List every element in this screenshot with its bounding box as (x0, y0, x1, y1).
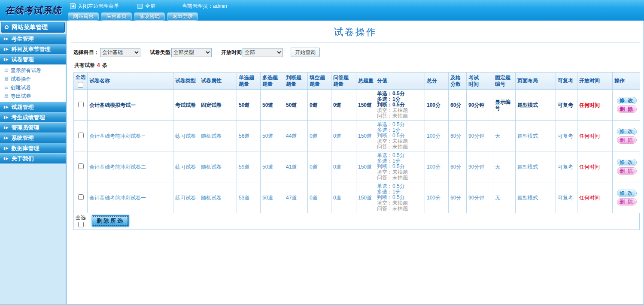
sidebar-item[interactable]: ▮▶系统管理 (0, 133, 66, 143)
delete-button[interactable]: 删 除 (617, 106, 637, 113)
column-header: 操作 (613, 72, 640, 90)
footer-select-all: 全选 (74, 214, 88, 227)
cell-checkbox (74, 90, 88, 121)
cell-score-values: 单选：0.5分多选：1分判断：0.5分填空：未抽题问答：未抽题 (375, 151, 425, 182)
top-tab[interactable]: 退出登录 (167, 12, 198, 21)
cell-single-count: 59道 (237, 151, 261, 182)
papers-table: 全选试卷名称试卷类型试卷属性单选题 题量多选题 题量判断题 题量填空题 题量问答… (73, 72, 640, 213)
sidebar-subitem[interactable]: ▤显示所有试卷 (0, 66, 66, 75)
delete-selected-button[interactable]: 删除所选 (92, 215, 129, 226)
row-checkbox[interactable] (78, 194, 84, 200)
footer-select-all-checkbox[interactable] (78, 222, 84, 227)
cell-paper-type: 练习试卷 (173, 121, 199, 151)
sidebar-subitem[interactable]: ▤导出试卷 (0, 92, 66, 100)
cell-total-score: 100分 (425, 182, 449, 213)
sidebar-subitem[interactable]: ▤创建试卷 (0, 83, 66, 92)
top-tab[interactable]: 网站前台 (68, 12, 99, 21)
row-checkbox[interactable] (78, 133, 84, 138)
sidebar-item-label: 考生成绩管理 (12, 112, 45, 122)
sidebar-item[interactable]: ▮▶试卷管理 (0, 54, 66, 65)
cell-open-time: 任何时间 (577, 182, 613, 213)
column-header: 全选 (74, 72, 88, 90)
cell-qa-count: 0道 (331, 121, 356, 151)
cell-fill-count: 0道 (308, 90, 331, 121)
select-all-label: 全选 (76, 74, 86, 80)
cell-single-count: 56道 (237, 121, 261, 151)
sidebar-subitem[interactable]: ▤试卷操作 (0, 75, 66, 83)
column-header: 可复考 (556, 72, 577, 90)
fullscreen-label: 全屏 (145, 3, 155, 10)
table-body: 会计基础模拟考试一考试试卷固定试卷50道50道50道0道0道150道单选：0.5… (74, 90, 640, 213)
delete-button[interactable]: 删 除 (617, 136, 637, 144)
sidebar-item[interactable]: ▮▶管理员管理 (0, 123, 66, 133)
paper-count-summary: 共有试卷4条 (67, 57, 643, 72)
column-header: 固定题 编号 (493, 72, 516, 90)
top-tabs: 网站前台后台首页修改密码退出登录 (68, 12, 198, 21)
cell-paper-name: 会计基础模拟考试一 (88, 90, 173, 121)
sidebar-item[interactable]: ▮▶试题管理 (0, 102, 66, 112)
sidebar-subitem-label: 显示所有试卷 (10, 66, 41, 75)
subject-select[interactable]: 会计基础 (100, 48, 140, 57)
current-admin-label: 当前管理员：admin (182, 3, 227, 10)
top-bar: ◀ 关闭左边管理菜单 全屏 当前管理员：admin 网站前台后台首页修改密码退出… (0, 0, 644, 21)
delete-button[interactable]: 删 除 (617, 198, 637, 205)
cell-pass-score: 60分 (449, 151, 467, 182)
cell-score-values: 单选：0.5分多选：1分判断：0.5分填空：未抽题问答：未抽题 (375, 121, 425, 151)
table-footer: 全选 删除所选 (73, 213, 640, 230)
column-header: 单选题 题量 (237, 72, 261, 90)
cell-paper-attr: 随机试卷 (199, 151, 237, 182)
sidebar-item[interactable]: ▮▶考生管理 (0, 34, 66, 44)
cell-checkbox (74, 121, 88, 151)
sidebar-subitem-label: 创建试卷 (10, 83, 31, 92)
delete-button[interactable]: 删 除 (617, 167, 637, 175)
cell-page-layout: 题型模式 (516, 121, 556, 151)
sidebar-item-label: 系统管理 (12, 133, 34, 143)
sidebar-subitem-label: 试卷操作 (10, 75, 31, 83)
type-label: 试卷类型 (150, 49, 170, 56)
cell-paper-name: 会计基础考前冲刺试卷二 (88, 151, 173, 182)
cell-total-count: 150道 (356, 182, 375, 213)
filter-bar: 选择科目： 会计基础 试卷类型 全部类型 开放时间 全部 开始查询 (67, 43, 643, 57)
collapse-menu-button[interactable]: ◀ 关闭左边管理菜单 (70, 3, 119, 10)
cell-retake: 可复考 (556, 121, 577, 151)
sidebar-subitem-label: 导出试卷 (10, 92, 31, 100)
top-tab[interactable]: 后台首页 (101, 12, 132, 21)
modify-button[interactable]: 修 改 (617, 97, 637, 104)
cell-operations: 修 改删 除 (613, 182, 640, 213)
cell-retake: 可复考 (556, 90, 577, 121)
cell-open-time: 任何时间 (577, 151, 613, 182)
cell-paper-attr: 随机试卷 (199, 121, 237, 151)
cell-duration: 90分钟 (467, 90, 493, 121)
list-icon: ▤ (4, 75, 8, 83)
modify-button[interactable]: 修 改 (617, 128, 637, 135)
sidebar-item[interactable]: ▮▶关于我们 (0, 154, 66, 164)
cell-total-count: 150道 (356, 90, 375, 121)
cell-qa-count: 0道 (331, 151, 356, 182)
sidebar-item[interactable]: ▮▶数据库管理 (0, 143, 66, 154)
select-all-checkbox[interactable] (78, 82, 83, 88)
time-select[interactable]: 全部 (243, 48, 283, 57)
query-button[interactable]: 开始查询 (291, 48, 320, 57)
time-label: 开放时间 (221, 49, 242, 56)
modify-button[interactable]: 修 改 (617, 190, 637, 197)
type-select[interactable]: 全部类型 (171, 48, 212, 57)
cell-duration: 90分钟 (467, 182, 493, 213)
cell-checkbox (74, 182, 88, 213)
modify-button[interactable]: 修 改 (617, 159, 637, 166)
cell-multi-count: 50道 (261, 151, 284, 182)
row-checkbox[interactable] (78, 102, 84, 107)
cell-total-score: 100分 (425, 151, 449, 182)
list-icon: ▤ (4, 66, 8, 75)
cell-duration: 90分钟 (467, 121, 493, 151)
row-checkbox[interactable] (78, 163, 84, 169)
cell-judge-count: 50道 (284, 90, 308, 121)
fullscreen-button[interactable]: 全屏 (137, 3, 155, 10)
sidebar-item[interactable]: ▮▶考生成绩管理 (0, 112, 66, 123)
cell-fixed-number: 显示编号 (493, 90, 516, 121)
menu-arrow-icon: ▮▶ (3, 143, 9, 153)
cell-total-score: 100分 (425, 90, 449, 121)
top-tab[interactable]: 修改密码 (134, 12, 165, 21)
score-line: 问答：未抽题 (377, 206, 424, 211)
fullscreen-icon (137, 4, 143, 9)
sidebar-item[interactable]: ▮▶科目及章节管理 (0, 44, 66, 54)
